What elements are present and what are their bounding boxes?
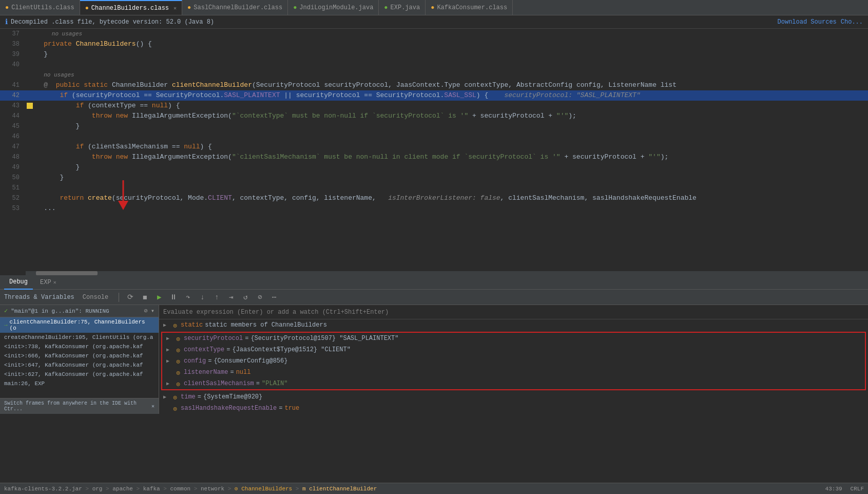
separator-1 — [119, 293, 119, 302]
choose-link[interactable]: Cho... — [841, 18, 863, 26]
line-num-49: 49 — [0, 162, 26, 173]
code-line-47: 47 if (clientSaslMechanism == null) { — [0, 142, 868, 152]
step-out-btn[interactable]: ↑ — [211, 292, 222, 302]
status-position: 43:39 — [825, 486, 842, 492]
threads-variables-label: Threads & Variables — [4, 294, 74, 301]
frame-init-627[interactable]: <init>:627, KafkaConsumer (org.apache.ka… — [0, 370, 159, 379]
var-static-members[interactable]: ▶ ◎ static static members of ChannelBuil… — [159, 319, 868, 331]
tab-exp[interactable]: ● EXP.java — [379, 0, 426, 15]
frame-createchannelbuilder[interactable]: createChannelBuilder:105, ClientUtils (o… — [0, 333, 159, 342]
line-num-44: 44 — [0, 111, 26, 121]
var-icon-handshake: ◎ — [171, 405, 179, 412]
code-line-43: 43 if (contextType == null) { — [0, 101, 868, 111]
code-line-49: 49 } — [0, 162, 868, 173]
var-contexttype[interactable]: ▶ ◎ contextType = {JaasContext$Type@1512… — [162, 344, 865, 355]
var-securityprotocol[interactable]: ▶ ◎ securityProtocol = {SecurityProtocol… — [162, 333, 865, 344]
tab-close-channelbuilders[interactable]: ✕ — [173, 5, 177, 11]
code-line-51: 51 — [0, 183, 868, 193]
debug-tab-exp[interactable]: EXP ✕ — [35, 275, 62, 290]
stop-btn[interactable]: ◼ — [140, 292, 150, 302]
expand-config[interactable]: ▶ — [166, 358, 172, 364]
pause-btn[interactable]: ⏸ — [168, 292, 179, 302]
tab-icon-class: ● — [5, 4, 9, 11]
var-list: ▶ ◎ static static members of ChannelBuil… — [159, 319, 868, 414]
var-clientsaslmechanism[interactable]: ▶ ◎ clientSaslMechanism = "PLAIN" — [162, 378, 865, 389]
reset-btn[interactable]: ↺ — [240, 292, 250, 302]
code-line-50: 50 } — [0, 173, 868, 183]
expand-ctxtype[interactable]: ▶ — [166, 347, 172, 353]
breakpoint-dot — [27, 103, 33, 109]
code-line-48: 48 throw new IllegalArgumentException("`… — [0, 152, 868, 162]
var-config[interactable]: ▶ ◎ config = {ConsumerConfig@856} — [162, 355, 865, 367]
tab-bar: ● ClientUtils.class ● ChannelBuilders.cl… — [0, 0, 868, 15]
variables-panel: Evaluate expression (Enter) or add a wat… — [159, 305, 868, 414]
code-line-53: 53 ... — [0, 203, 868, 214]
var-listenername[interactable]: ▶ ◎ listenerName = null — [162, 367, 865, 378]
expand-secprot[interactable]: ▶ — [166, 335, 172, 341]
line-num-38: 38 — [0, 39, 26, 49]
info-message: Decompiled .class file, bytecode version… — [11, 18, 214, 26]
tab-icon-java: ● — [293, 4, 297, 11]
filter-icon[interactable]: ⊘ — [144, 307, 148, 315]
code-scrollbar-thumb[interactable] — [36, 271, 98, 275]
line-num-50: 50 — [0, 173, 26, 183]
expand-static[interactable]: ▶ — [163, 322, 169, 328]
code-line-46: 46 — [0, 131, 868, 142]
restore-layout-btn[interactable]: ⟳ — [125, 292, 136, 302]
code-scrollbar[interactable] — [26, 271, 868, 275]
step-over-btn[interactable]: ↷ — [183, 292, 193, 302]
line-num-51: 51 — [0, 183, 26, 193]
tab-saslchannelbuilder[interactable]: ● SaslChannelBuilder.class — [182, 0, 288, 15]
run-to-cursor-btn[interactable]: ⇥ — [226, 292, 236, 302]
var-icon-ctxtype: ◎ — [175, 347, 182, 353]
debug-tab-debug[interactable]: Debug — [4, 275, 33, 290]
tab-icon-java2: ● — [384, 4, 388, 11]
debug-main: ✓ "main"@1 in g...ain": RUNNING ⊘ ▾ → cl… — [0, 305, 868, 414]
line-num-40: 40 — [0, 60, 26, 70]
code-line-37: 37 no usages — [0, 29, 868, 39]
var-saslhandshake[interactable]: ▶ ◎ saslHandshakeRequestEnable = true — [159, 403, 868, 414]
tab-icon-class3: ● — [431, 4, 434, 11]
info-bar: ℹ Decompiled .class file, bytecode versi… — [0, 15, 868, 29]
line-num-41: 41 — [0, 80, 26, 90]
debug-tab-exp-close[interactable]: ✕ — [53, 279, 56, 286]
tab-clientutils[interactable]: ● ClientUtils.class — [0, 0, 80, 15]
more-btn[interactable]: ⋯ — [269, 292, 279, 302]
code-line-38: 38 private ChannelBuilders() { — [0, 39, 868, 49]
code-area: 37 no usages 38 private ChannelBuilders(… — [0, 29, 868, 275]
code-line-40: 40 — [0, 60, 868, 70]
debug-tabs: Debug EXP ✕ — [0, 275, 868, 290]
tab-icon-class2: ● — [187, 4, 191, 11]
line-num-52: 52 — [0, 193, 26, 203]
tab-icon-class-active: ● — [85, 5, 89, 12]
stop-all-btn[interactable]: ⊘ — [255, 292, 265, 302]
line-num-45: 45 — [0, 121, 26, 131]
line-num-47: 47 — [0, 142, 26, 152]
frame-init-647[interactable]: <init>:647, KafkaConsumer (org.apache.ka… — [0, 360, 159, 370]
resume-btn[interactable]: ▶ — [154, 292, 164, 302]
expand-sasl[interactable]: ▶ — [166, 381, 172, 387]
expand-icon[interactable]: ▾ — [151, 307, 155, 315]
step-into-btn[interactable]: ↓ — [197, 292, 207, 302]
download-sources-link[interactable]: Download Sources — [778, 18, 837, 26]
line-num-42: 42 — [0, 90, 26, 101]
frame-init-666[interactable]: <init>:666, KafkaConsumer (org.apache.ka… — [0, 351, 159, 360]
line-num-43: 43 — [0, 101, 26, 111]
line-num-37: 37 — [0, 29, 26, 39]
switch-frames: Switch frames from anywhere in the IDE w… — [0, 398, 159, 414]
switch-frames-close[interactable]: ✕ — [151, 403, 155, 409]
var-icon-secprot: ◎ — [175, 335, 182, 342]
console-btn[interactable]: Console — [83, 294, 108, 301]
code-line-44: 44 throw new IllegalArgumentException("`… — [0, 111, 868, 121]
var-icon-sasl: ◎ — [175, 381, 182, 387]
tab-channelbuilders[interactable]: ● ChannelBuilders.class ✕ — [80, 0, 182, 15]
eval-bar[interactable]: Evaluate expression (Enter) or add a wat… — [159, 305, 868, 319]
expand-time[interactable]: ▶ — [163, 394, 169, 400]
tab-jndiloginmodule[interactable]: ● JndiLoginModule.java — [288, 0, 379, 15]
tab-kafkaconsumer[interactable]: ● KafkaConsumer.class — [426, 0, 513, 15]
status-bar: kafka-clients-3.2.2.jar > org > apache >… — [0, 483, 868, 494]
var-time[interactable]: ▶ ◎ time = {SystemTime@920} — [159, 391, 868, 403]
frame-init-738[interactable]: <init>:738, KafkaConsumer (org.apache.ka… — [0, 342, 159, 351]
frame-clientchannelbuilder[interactable]: → clientChannelBuilder:75, ChannelBuilde… — [0, 317, 159, 333]
frame-main-exp[interactable]: main:26, EXP — [0, 379, 159, 388]
